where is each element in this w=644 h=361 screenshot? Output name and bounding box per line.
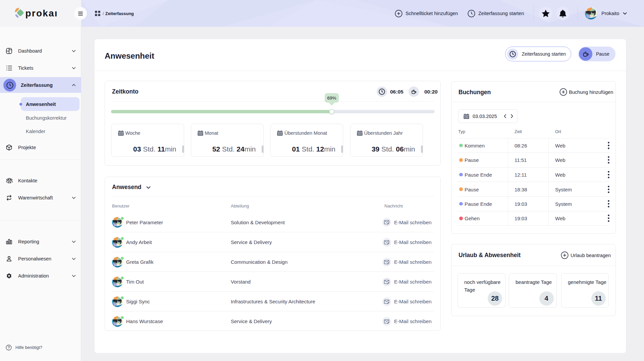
- svg-text:prokaı: prokaı: [25, 8, 58, 18]
